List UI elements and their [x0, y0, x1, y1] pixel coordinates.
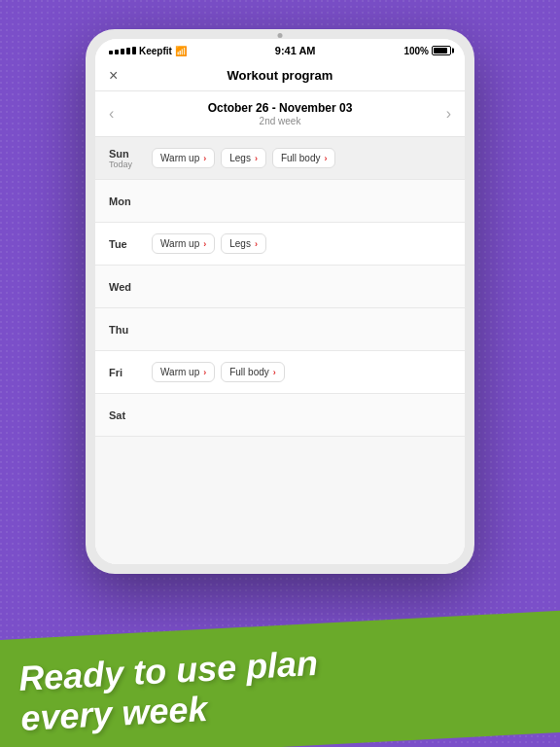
- prev-week-button[interactable]: ‹: [109, 105, 114, 123]
- day-name: Sun: [109, 148, 144, 160]
- workout-chevron-icon: ›: [203, 239, 206, 249]
- tablet: Keepfit 📶 9:41 AM 100% × Workout program…: [86, 29, 474, 574]
- workout-tag[interactable]: Warm up›: [152, 362, 215, 382]
- day-row: TueWarm up›Legs›: [95, 223, 465, 266]
- day-label: Wed: [109, 281, 144, 293]
- status-time: 9:41 AM: [275, 45, 316, 56]
- week-label: 2nd week: [208, 116, 353, 126]
- workout-tag[interactable]: Warm up›: [152, 148, 215, 168]
- day-row: Thu: [95, 308, 465, 351]
- day-label: Sat: [109, 409, 144, 421]
- workout-tag[interactable]: Legs›: [221, 148, 266, 168]
- carrier-name: Keepfit: [139, 46, 172, 56]
- next-week-button[interactable]: ›: [446, 105, 451, 123]
- day-label: Fri: [109, 367, 144, 378]
- status-left: Keepfit 📶: [109, 46, 187, 56]
- battery-label: 100%: [403, 46, 429, 56]
- workout-chevron-icon: ›: [203, 368, 206, 377]
- day-row: Sat: [95, 394, 465, 437]
- day-name: Sat: [109, 409, 144, 421]
- day-label: Mon: [109, 196, 144, 207]
- workout-chevron-icon: ›: [255, 154, 258, 163]
- workout-chevron-icon: ›: [324, 154, 327, 163]
- workout-label: Full body: [229, 367, 269, 377]
- day-row: Mon: [95, 180, 465, 223]
- workouts-container: Warm up›Full body›: [152, 362, 285, 382]
- workout-label: Warm up: [160, 238, 199, 249]
- workout-label: Warm up: [160, 367, 199, 377]
- week-nav: ‹ October 26 - November 03 2nd week ›: [95, 91, 465, 137]
- schedule-list: SunTodayWarm up›Legs›Full body›MonTueWar…: [95, 137, 465, 564]
- workout-label: Legs: [229, 153, 251, 163]
- day-name: Wed: [109, 281, 144, 293]
- workout-chevron-icon: ›: [255, 239, 258, 249]
- day-name: Thu: [109, 324, 144, 336]
- workout-tag[interactable]: Legs›: [221, 233, 266, 254]
- day-row: SunTodayWarm up›Legs›Full body›: [95, 137, 465, 180]
- week-info: October 26 - November 03 2nd week: [208, 101, 353, 126]
- workout-chevron-icon: ›: [203, 154, 206, 163]
- wifi-icon: 📶: [175, 46, 187, 56]
- promo-banner: Ready to use plan every week: [0, 610, 560, 747]
- status-right: 100%: [403, 46, 451, 56]
- day-label: SunToday: [109, 148, 144, 169]
- status-bar: Keepfit 📶 9:41 AM 100%: [95, 39, 465, 60]
- week-dates: October 26 - November 03: [208, 101, 353, 115]
- day-name: Mon: [109, 196, 144, 207]
- workout-label: Warm up: [160, 153, 199, 163]
- day-row: Wed: [95, 266, 465, 308]
- close-button[interactable]: ×: [109, 67, 118, 85]
- battery-icon: [432, 46, 451, 55]
- camera-dot: [278, 33, 283, 38]
- day-label: Tue: [109, 238, 144, 250]
- day-row: FriWarm up›Full body›: [95, 351, 465, 394]
- workouts-container: Warm up›Legs›: [152, 233, 266, 254]
- day-name: Fri: [109, 367, 144, 378]
- workout-tag[interactable]: Warm up›: [152, 233, 215, 254]
- signal-icon: [109, 47, 136, 54]
- workout-label: Full body: [281, 153, 321, 163]
- workout-tag[interactable]: Full body›: [221, 362, 285, 382]
- workout-tag[interactable]: Full body›: [272, 148, 336, 168]
- day-label: Thu: [109, 324, 144, 336]
- workouts-container: Warm up›Legs›Full body›: [152, 148, 335, 168]
- header-title: Workout program: [228, 68, 333, 83]
- workout-chevron-icon: ›: [273, 368, 276, 377]
- app-header: × Workout program: [95, 60, 465, 91]
- workout-label: Legs: [229, 238, 251, 249]
- battery-fill: [434, 48, 447, 53]
- day-name: Tue: [109, 238, 144, 250]
- day-sub: Today: [109, 160, 144, 169]
